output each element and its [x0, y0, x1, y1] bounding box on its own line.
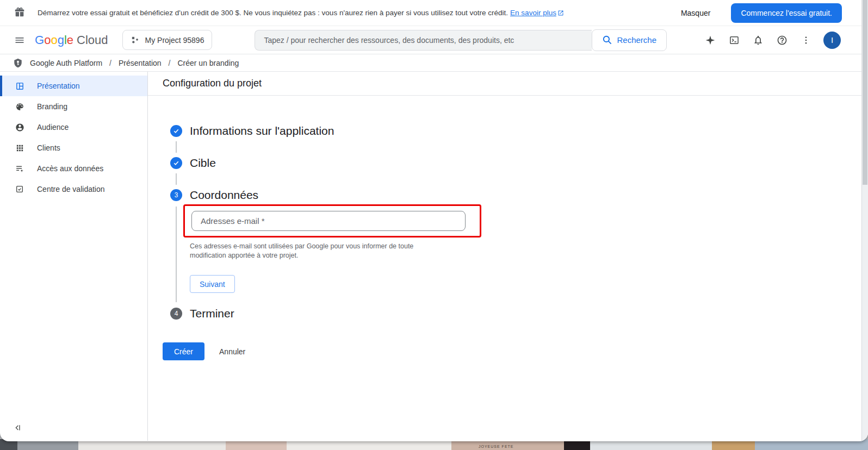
project-name: My Project 95896 — [145, 36, 204, 45]
step-target: Cible — [170, 157, 868, 170]
browser-window: Démarrez votre essai gratuit et bénéfici… — [0, 0, 868, 441]
contact-details-form: Ces adresses e-mail sont utilisées par G… — [170, 204, 868, 293]
email-helper-text: Ces adresses e-mail sont utilisées par G… — [190, 242, 441, 260]
data-access-icon — [15, 164, 24, 173]
step-label: Terminer — [190, 307, 234, 320]
content-area: Présentation Branding Audience Clients — [0, 72, 868, 441]
collapse-sidebar-icon[interactable] — [13, 423, 22, 434]
email-addresses-input[interactable] — [191, 211, 466, 231]
cloud-shell-icon[interactable] — [723, 29, 745, 51]
verification-icon — [15, 184, 24, 194]
sidebar-nav: Présentation Branding Audience Clients — [0, 72, 148, 441]
help-icon[interactable] — [771, 29, 793, 51]
trial-banner: Démarrez votre essai gratuit et bénéfici… — [0, 0, 868, 26]
breadcrumb-auth-platform[interactable]: Google Auth Platform — [30, 59, 102, 67]
google-cloud-logo[interactable]: Google Cloud — [35, 33, 108, 47]
search-button[interactable]: Recherche — [592, 29, 667, 51]
breadcrumb-separator: / — [169, 59, 171, 67]
breadcrumb: Google Auth Platform / Présentation / Cr… — [0, 54, 868, 72]
sidebar-item-label: Clients — [37, 143, 60, 152]
sidebar-item-label: Audience — [37, 123, 69, 132]
account-avatar[interactable]: I — [823, 32, 841, 49]
page-title: Configuration du projet — [163, 78, 262, 89]
form-actions: Créer Annuler — [163, 342, 868, 360]
apps-grid-icon — [15, 143, 24, 153]
step-label: Coordonnées — [190, 189, 258, 202]
search-icon — [602, 35, 612, 45]
app-header: Google Cloud My Project 95896 Recherche — [0, 26, 868, 54]
sidebar-item-presentation[interactable]: Présentation — [0, 76, 147, 96]
sidebar-item-verification-center[interactable]: Centre de validation — [0, 179, 147, 199]
external-link-icon — [557, 10, 564, 16]
breadcrumb-create-branding: Créer un branding — [177, 59, 239, 67]
step-finish: 4 Terminer — [170, 307, 868, 320]
dismiss-banner-button[interactable]: Masquer — [681, 9, 710, 17]
scrollbar-thumb[interactable] — [863, 0, 867, 185]
step-contact-details: 3 Coordonnées — [170, 189, 868, 202]
search-bar: Recherche — [255, 29, 667, 51]
menu-icon[interactable] — [9, 29, 30, 51]
more-options-icon[interactable] — [795, 29, 817, 51]
annotation-highlight-box — [183, 204, 481, 238]
next-button[interactable]: Suivant — [190, 275, 235, 293]
create-button[interactable]: Créer — [163, 342, 204, 360]
breadcrumb-presentation[interactable]: Présentation — [119, 59, 162, 67]
step-connector — [176, 141, 177, 153]
page-scrollbar[interactable] — [861, 0, 868, 441]
logo-google-letters: Google — [35, 33, 73, 47]
main-panel: Configuration du projet Informations sur… — [148, 72, 868, 441]
sidebar-item-data-access[interactable]: Accès aux données — [0, 158, 147, 179]
step-connector — [176, 207, 177, 302]
start-free-trial-button[interactable]: Commencez l'essai gratuit. — [731, 3, 842, 23]
project-icon — [131, 35, 140, 45]
person-icon — [15, 122, 24, 132]
dashboard-icon — [15, 81, 24, 91]
step-label: Cible — [190, 157, 216, 170]
learn-more-link[interactable]: En savoir plus — [510, 9, 564, 17]
trial-message: Démarrez votre essai gratuit et bénéfici… — [38, 9, 564, 17]
notifications-bell-icon[interactable] — [747, 29, 769, 51]
page-title-row: Configuration du projet — [148, 72, 868, 96]
project-picker-button[interactable]: My Project 95896 — [122, 30, 213, 50]
sidebar-item-audience[interactable]: Audience — [0, 117, 147, 138]
gift-icon — [14, 6, 26, 20]
setup-stepper: Informations sur l'application Cible 3 C… — [148, 96, 868, 320]
sidebar-item-branding[interactable]: Branding — [0, 96, 147, 117]
step-done-check-icon — [170, 125, 182, 137]
sidebar-item-label: Branding — [37, 102, 67, 111]
sidebar-item-label: Présentation — [37, 82, 80, 90]
wallpaper-text: JOYEUSE FETE — [479, 445, 514, 448]
auth-platform-shield-icon — [13, 58, 23, 68]
step-number-badge: 3 — [170, 189, 182, 201]
breadcrumb-separator: / — [109, 59, 111, 67]
palette-icon — [15, 102, 24, 111]
sidebar-item-label: Accès aux données — [37, 164, 103, 173]
sidebar-item-clients[interactable]: Clients — [0, 138, 147, 158]
search-input[interactable] — [255, 30, 592, 51]
gemini-sparkle-icon[interactable] — [699, 29, 721, 51]
sidebar-item-label: Centre de validation — [37, 185, 105, 193]
cancel-button[interactable]: Annuler — [219, 347, 245, 356]
step-label: Informations sur l'application — [190, 124, 334, 138]
step-app-information: Informations sur l'application — [170, 124, 868, 138]
logo-cloud-text: Cloud — [77, 33, 108, 47]
step-number-badge: 4 — [170, 308, 182, 320]
step-done-check-icon — [170, 157, 182, 169]
header-icons: I — [699, 29, 841, 51]
step-connector — [176, 173, 177, 185]
